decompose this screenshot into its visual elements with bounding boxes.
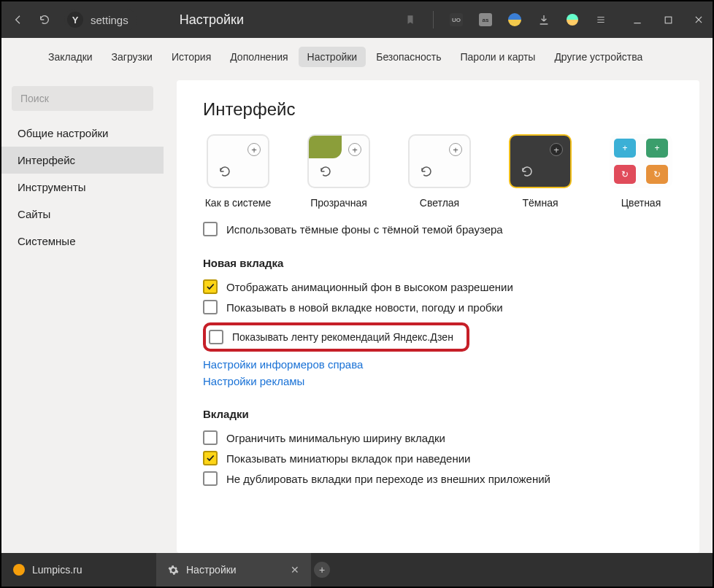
theme-color[interactable]: + + ↻ ↻ Цветная xyxy=(606,134,676,209)
top-nav-addons[interactable]: Дополнения xyxy=(221,47,296,67)
browser-window: Y settings Настройки UO as xyxy=(0,0,714,588)
tab-label: Настройки xyxy=(186,564,237,576)
option-no-duplicate[interactable]: Не дублировать вкладки при переходе из в… xyxy=(203,471,679,486)
option-label: Ограничить минимальную ширину вкладки xyxy=(226,432,445,444)
reload-icon xyxy=(519,163,535,179)
option-label: Использовать тёмные фоны с тёмной темой … xyxy=(226,223,503,236)
address-text: settings xyxy=(91,14,128,26)
menu-icon[interactable] xyxy=(594,13,607,26)
link-informers[interactable]: Настройки информеров справа xyxy=(203,358,679,371)
reload-icon xyxy=(318,163,334,179)
reload-icon xyxy=(217,163,233,179)
theme-label: Прозрачная xyxy=(310,197,367,209)
checkbox-zen[interactable] xyxy=(209,330,223,344)
section-newtab: Новая вкладка xyxy=(203,257,679,269)
new-tab-button[interactable]: + xyxy=(311,553,333,587)
search-input[interactable]: Поиск xyxy=(12,86,153,111)
top-nav-downloads[interactable]: Загрузки xyxy=(103,47,161,67)
option-show-news[interactable]: Показывать в новой вкладке новости, пого… xyxy=(203,300,679,314)
plus-icon: + xyxy=(449,143,462,156)
gear-icon xyxy=(168,565,179,576)
minimize-button[interactable] xyxy=(631,13,644,26)
maximize-button[interactable] xyxy=(661,13,675,26)
tab-label: Lumpics.ru xyxy=(32,564,82,576)
tab-settings[interactable]: Настройки ✕ xyxy=(156,553,311,587)
checkbox[interactable] xyxy=(203,300,218,314)
plus-icon: + xyxy=(348,143,361,156)
close-button[interactable] xyxy=(692,13,705,26)
ublock-icon[interactable]: UO xyxy=(450,13,463,26)
theme-light[interactable]: + Светлая xyxy=(404,134,475,209)
theme-system[interactable]: + Как в системе xyxy=(203,134,273,209)
option-label: Показывать в новой вкладке новости, пого… xyxy=(226,301,503,314)
content-heading: Интерфейс xyxy=(203,99,679,120)
theme-label: Светлая xyxy=(420,197,459,209)
address-pill[interactable]: Y settings xyxy=(64,9,137,30)
tab-close-icon[interactable]: ✕ xyxy=(291,564,299,576)
sidebar: Поиск Общие настройки Интерфейс Инструме… xyxy=(1,76,164,553)
checkbox[interactable] xyxy=(203,451,218,465)
option-hires-bg[interactable]: Отображать анимационный фон в высоком ра… xyxy=(203,279,679,294)
top-nav-settings[interactable]: Настройки xyxy=(299,47,366,67)
top-nav-devices[interactable]: Другие устройства xyxy=(545,47,651,67)
option-min-width[interactable]: Ограничить минимальную ширину вкладки xyxy=(203,430,679,445)
option-previews[interactable]: Показывать миниатюры вкладок при наведен… xyxy=(203,451,679,465)
color-sq: + xyxy=(646,139,668,158)
theme-transparent[interactable]: + Прозрачная xyxy=(304,134,374,209)
plus-icon: + xyxy=(550,143,563,156)
sidebar-item-sites[interactable]: Сайты xyxy=(1,201,164,228)
theme-label: Цветная xyxy=(621,197,661,209)
theme-chooser: + Как в системе + Прозрачная xyxy=(203,134,679,209)
main: Поиск Общие настройки Интерфейс Инструме… xyxy=(1,76,713,553)
plus-icon: + xyxy=(314,562,330,578)
plus-icon: + xyxy=(247,143,261,156)
reload-icon[interactable] xyxy=(38,13,51,26)
tab-lumpics[interactable]: Lumpics.ru xyxy=(1,553,156,587)
color-sq: + xyxy=(614,139,636,158)
option-label: Отображать анимационный фон в высоком ра… xyxy=(226,281,513,293)
sidebar-item-interface[interactable]: Интерфейс xyxy=(1,147,164,174)
download-icon[interactable] xyxy=(537,13,550,26)
favicon-icon xyxy=(13,564,25,576)
content-wrap: Интерфейс + Как в системе + xyxy=(164,76,713,553)
titlebar-right: UO as xyxy=(404,11,705,28)
flag-icon[interactable] xyxy=(508,13,521,26)
profile-icon[interactable] xyxy=(567,14,578,26)
option-dark-backgrounds[interactable]: Использовать тёмные фоны с тёмной темой … xyxy=(203,222,679,236)
checkbox[interactable] xyxy=(203,430,218,445)
checkbox[interactable] xyxy=(203,471,218,486)
yandex-icon: Y xyxy=(67,12,83,28)
divider-icon xyxy=(433,11,434,28)
checkbox[interactable] xyxy=(203,222,218,236)
titlebar-left: Y settings Настройки xyxy=(12,9,244,30)
lastfm-icon[interactable]: as xyxy=(479,13,492,26)
theme-label: Как в системе xyxy=(205,197,272,209)
top-nav-security[interactable]: Безопасность xyxy=(367,47,450,67)
svg-rect-0 xyxy=(665,17,672,23)
theme-label: Тёмная xyxy=(522,197,558,209)
color-sq: ↻ xyxy=(646,165,668,184)
highlighted-zen-option: Показывать ленту рекомендаций Яндекс.Дзе… xyxy=(203,322,469,352)
tab-strip: Lumpics.ru Настройки ✕ + xyxy=(1,553,713,587)
top-nav-passwords[interactable]: Пароли и карты xyxy=(452,47,545,67)
link-ads[interactable]: Настройки рекламы xyxy=(203,375,679,387)
sidebar-item-general[interactable]: Общие настройки xyxy=(1,120,164,147)
bookmark-icon[interactable] xyxy=(404,13,417,26)
option-label: Не дублировать вкладки при переходе из в… xyxy=(226,473,550,485)
section-tabs: Вкладки xyxy=(203,408,679,420)
back-icon[interactable] xyxy=(12,13,25,26)
option-label: Показывать ленту рекомендаций Яндекс.Дзе… xyxy=(232,331,453,343)
reload-icon xyxy=(418,163,434,179)
page-title: Настройки xyxy=(180,12,244,28)
theme-dark[interactable]: + Тёмная xyxy=(505,134,575,209)
checkbox[interactable] xyxy=(203,279,218,294)
sidebar-item-system[interactable]: Системные xyxy=(1,228,164,255)
top-nav-bookmarks[interactable]: Закладки xyxy=(39,47,101,67)
top-nav: Закладки Загрузки История Дополнения Нас… xyxy=(1,38,713,76)
option-label: Показывать миниатюры вкладок при наведен… xyxy=(226,452,471,465)
color-sq: ↻ xyxy=(614,165,636,184)
window-controls xyxy=(631,13,705,26)
top-nav-history[interactable]: История xyxy=(163,47,220,67)
content: Интерфейс + Как в системе + xyxy=(177,80,699,553)
sidebar-item-tools[interactable]: Инструменты xyxy=(1,174,164,201)
